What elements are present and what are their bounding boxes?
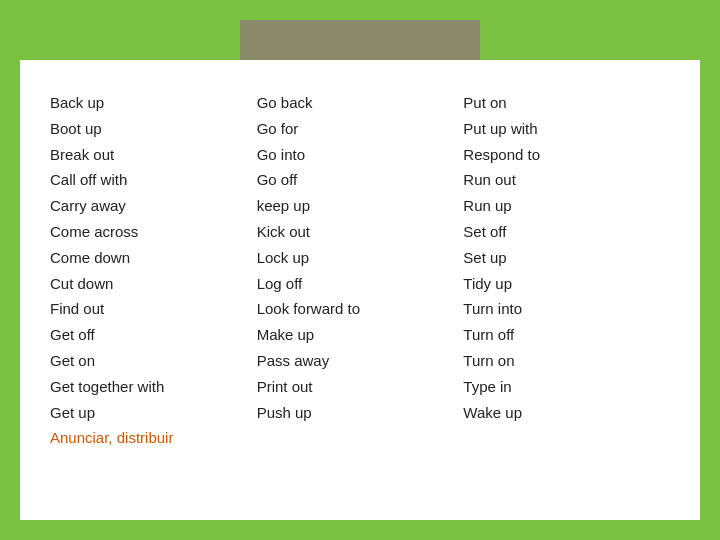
list-item: Get up	[50, 400, 247, 426]
list-item: Come down	[50, 245, 247, 271]
list-item: Tidy up	[463, 271, 660, 297]
list-item: Lock up	[257, 245, 454, 271]
list-item: Call off with	[50, 167, 247, 193]
list-item: Run up	[463, 193, 660, 219]
list-item: Type in	[463, 374, 660, 400]
list-item: Push up	[257, 400, 454, 426]
list-item: Boot up	[50, 116, 247, 142]
list-item: Kick out	[257, 219, 454, 245]
list-item: Pass away	[257, 348, 454, 374]
list-item: Go into	[257, 142, 454, 168]
list-item: Get together with	[50, 374, 247, 400]
list-item: Go for	[257, 116, 454, 142]
list-item: Turn on	[463, 348, 660, 374]
list-item: Break out	[50, 142, 247, 168]
list-item: Carry away	[50, 193, 247, 219]
list-item: Set up	[463, 245, 660, 271]
list-item: Put up with	[463, 116, 660, 142]
column-2: Go backGo forGo intoGo offkeep upKick ou…	[257, 90, 464, 490]
list-item: Cut down	[50, 271, 247, 297]
list-item: Get off	[50, 322, 247, 348]
list-item: Come across	[50, 219, 247, 245]
main-container: Back upBoot upBreak outCall off withCarr…	[20, 20, 700, 520]
list-item: Anunciar, distribuir	[50, 425, 247, 451]
list-item: Make up	[257, 322, 454, 348]
list-item: Go off	[257, 167, 454, 193]
list-item: Turn off	[463, 322, 660, 348]
top-bar	[240, 20, 480, 60]
list-item: Put on	[463, 90, 660, 116]
column-3: Put onPut up withRespond toRun outRun up…	[463, 90, 670, 490]
white-panel: Back upBoot upBreak outCall off withCarr…	[20, 60, 700, 520]
list-item: Find out	[50, 296, 247, 322]
list-item: Back up	[50, 90, 247, 116]
list-item: Get on	[50, 348, 247, 374]
list-item: Respond to	[463, 142, 660, 168]
list-item: Set off	[463, 219, 660, 245]
list-item: Go back	[257, 90, 454, 116]
list-item: keep up	[257, 193, 454, 219]
list-item: Run out	[463, 167, 660, 193]
list-item: Turn into	[463, 296, 660, 322]
list-item: Wake up	[463, 400, 660, 426]
list-item: Print out	[257, 374, 454, 400]
column-1: Back upBoot upBreak outCall off withCarr…	[50, 90, 257, 490]
list-item: Log off	[257, 271, 454, 297]
list-item: Look forward to	[257, 296, 454, 322]
